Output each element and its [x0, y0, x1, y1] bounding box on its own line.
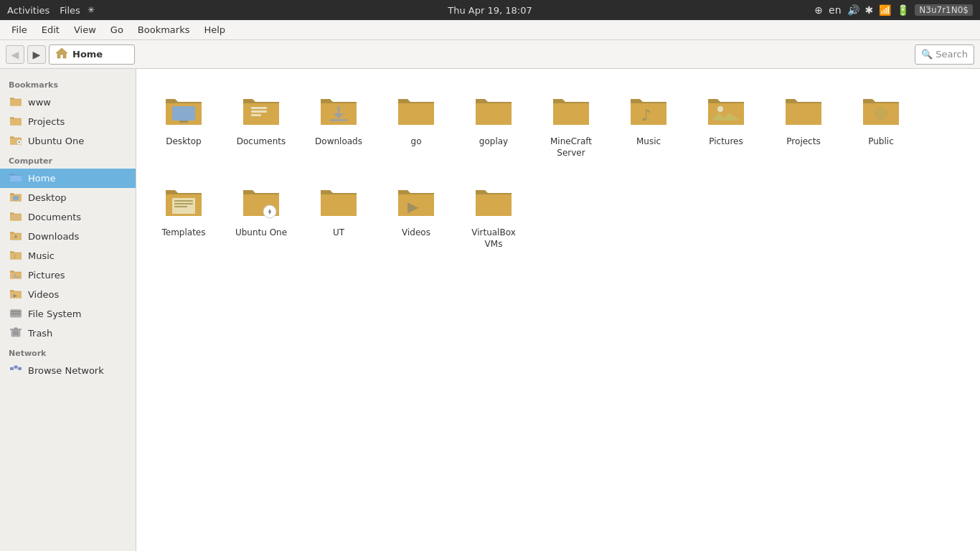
menu-edit[interactable]: Edit	[34, 22, 67, 38]
svg-rect-20	[14, 365, 18, 368]
file-item-videos[interactable]: ▶ Videos	[380, 171, 452, 257]
sidebar-item-browse-network[interactable]: Browse Network	[0, 361, 136, 380]
sidebar-item-label: Browse Network	[28, 365, 104, 376]
plain-folder-icon	[316, 179, 362, 225]
plain-folder-icon	[393, 88, 439, 133]
files-label[interactable]: Files	[60, 5, 80, 16]
svg-rect-6	[14, 217, 17, 218]
sidebar-item-label: Projects	[28, 116, 65, 127]
folder-icon	[9, 95, 23, 109]
file-label: Videos	[402, 227, 430, 239]
home-icon	[9, 171, 23, 185]
folder-icon	[9, 115, 23, 128]
svg-rect-28	[251, 114, 261, 116]
file-label: Documents	[237, 136, 286, 148]
file-item-public[interactable]: Public	[845, 80, 917, 166]
network-icon	[9, 364, 23, 377]
computer-section-label: Computer	[0, 151, 136, 169]
sidebar-item-trash[interactable]: Trash	[0, 324, 136, 343]
file-label: Ubuntu One	[235, 227, 287, 239]
file-label: Pictures	[709, 136, 743, 148]
file-label: Desktop	[166, 136, 202, 148]
sidebar-item-label: Downloads	[28, 231, 79, 242]
activities-button[interactable]: Activities	[7, 5, 50, 16]
ubuntuone-icon	[9, 134, 23, 148]
desktop-folder-icon	[9, 191, 23, 204]
file-item-music[interactable]: ♪ Music	[613, 80, 684, 166]
file-item-ut[interactable]: UT	[303, 171, 374, 257]
videos-folder-icon: ▶	[393, 179, 439, 225]
file-item-templates[interactable]: Templates	[148, 171, 220, 257]
svg-rect-38	[174, 200, 193, 202]
svg-rect-39	[174, 203, 193, 204]
file-item-documents[interactable]: Documents	[225, 80, 297, 166]
menu-file[interactable]: File	[4, 22, 34, 38]
svg-rect-3	[14, 200, 17, 201]
menu-go[interactable]: Go	[103, 22, 131, 38]
sidebar-item-music[interactable]: ♪ Music	[0, 246, 136, 265]
sidebar-item-downloads[interactable]: Downloads	[0, 227, 136, 246]
sidebar-item-home[interactable]: Home	[0, 169, 136, 188]
search-icon: 🔍	[921, 49, 933, 60]
wifi-icon[interactable]: 📶	[879, 4, 891, 16]
volume-icon[interactable]: 🔊	[847, 4, 859, 16]
sidebar-item-desktop[interactable]: Desktop	[0, 188, 136, 207]
search-box[interactable]: 🔍 Search	[915, 44, 974, 65]
documents-folder-icon	[238, 88, 284, 133]
trash-icon	[9, 326, 23, 340]
file-item-projects[interactable]: Projects	[768, 80, 839, 166]
file-label: Public	[868, 136, 894, 148]
menu-view[interactable]: View	[67, 22, 103, 38]
sidebar-item-label: Pictures	[28, 270, 65, 281]
videos-folder-icon: ▶	[9, 288, 23, 301]
plain-folder-icon	[471, 88, 517, 133]
file-item-goplay[interactable]: goplay	[458, 80, 529, 166]
toolbar: ◀ ▶ Home 🔍 Search	[0, 40, 980, 69]
svg-rect-4	[14, 215, 18, 216]
search-label: Search	[936, 49, 968, 60]
sidebar-item-filesystem[interactable]: File System	[0, 304, 136, 324]
file-label: go	[411, 136, 422, 148]
content-area: Desktop Documents	[136, 69, 980, 551]
file-label: Downloads	[315, 136, 362, 148]
menu-help[interactable]: Help	[197, 22, 232, 38]
svg-rect-27	[251, 110, 267, 113]
menu-bookmarks[interactable]: Bookmarks	[131, 22, 197, 38]
user-menu[interactable]: N3u7r1N0$	[915, 4, 973, 16]
sidebar-item-projects[interactable]: Projects	[0, 112, 136, 131]
location-bar[interactable]: Home	[49, 44, 135, 65]
file-item-go[interactable]: go	[380, 80, 452, 166]
bluetooth-icon[interactable]: ✱	[865, 4, 874, 16]
svg-rect-2	[13, 196, 19, 200]
file-item-desktop[interactable]: Desktop	[148, 80, 220, 166]
svg-marker-0	[56, 48, 67, 58]
topbar-left: Activities Files ✳	[7, 5, 95, 16]
file-item-downloads[interactable]: Downloads	[303, 80, 374, 166]
svg-rect-24	[172, 106, 195, 121]
menubar: File Edit View Go Bookmarks Help	[0, 20, 980, 40]
nav-back-button[interactable]: ◀	[6, 45, 24, 64]
location-text: Home	[72, 49, 103, 60]
svg-rect-11	[11, 311, 21, 313]
file-item-minecraft[interactable]: MineCraft Server	[535, 80, 607, 166]
nav-forward-button[interactable]: ▶	[27, 45, 46, 64]
pictures-folder-icon	[9, 268, 23, 282]
battery-icon[interactable]: 🔋	[897, 4, 909, 16]
sidebar-item-label: Desktop	[28, 192, 67, 203]
downloads-folder-icon	[9, 230, 23, 243]
file-item-ubuntuone[interactable]: Ubuntu One	[225, 171, 297, 257]
file-label: Templates	[161, 227, 205, 239]
sidebar-item-pictures[interactable]: Pictures	[0, 265, 136, 285]
file-item-pictures[interactable]: Pictures	[690, 80, 762, 166]
accessibility-icon[interactable]: ⊕	[814, 4, 823, 16]
lang-icon[interactable]: en	[829, 4, 842, 16]
sidebar-item-www[interactable]: www	[0, 93, 136, 112]
sidebar-item-ubuntuone-bm[interactable]: Ubuntu One	[0, 131, 136, 151]
svg-rect-40	[174, 206, 187, 207]
file-item-virtualbox[interactable]: VirtualBox VMs	[458, 171, 529, 257]
sidebar-item-documents[interactable]: Documents	[0, 207, 136, 227]
plain-folder-icon	[471, 179, 517, 225]
sidebar-item-label: Music	[28, 250, 55, 261]
sidebar-item-videos[interactable]: ▶ Videos	[0, 285, 136, 304]
topbar-right: ⊕ en 🔊 ✱ 📶 🔋 N3u7r1N0$	[814, 4, 973, 16]
